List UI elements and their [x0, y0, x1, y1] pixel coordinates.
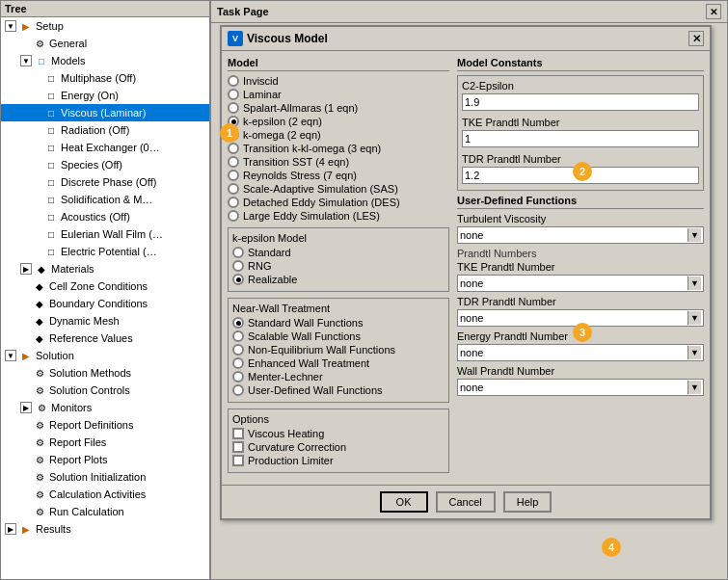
radio-laminar[interactable]: Laminar	[228, 89, 449, 100]
help-button[interactable]: Help	[503, 491, 553, 513]
sidebar-item-general[interactable]: ⚙ General	[1, 35, 209, 52]
radio-btn-inviscid[interactable]	[228, 75, 239, 87]
radio-enhanced[interactable]: Enhanced Wall Treatment	[232, 357, 445, 369]
radio-standard[interactable]: Standard	[232, 247, 445, 258]
radio-inviscid[interactable]: Inviscid	[228, 75, 449, 87]
dropdown-arrow-tdr[interactable]: ▼	[688, 311, 701, 325]
sidebar-item-viscous[interactable]: □ Viscous (Laminar)	[1, 104, 209, 121]
task-page-close-button[interactable]: ✕	[706, 4, 721, 19]
sidebar-item-eulerian[interactable]: □ Eulerian Wall Film (…	[1, 225, 209, 243]
expand-results[interactable]: ▶	[5, 523, 16, 535]
sidebar-item-models[interactable]: ▼ □ Models	[1, 52, 209, 69]
ok-button[interactable]: OK	[380, 491, 428, 513]
check-curvature[interactable]: Curvature Correction	[232, 441, 445, 453]
cancel-button[interactable]: Cancel	[436, 491, 496, 513]
expand-monitors[interactable]: ▶	[20, 402, 32, 413]
radio-btn-laminar[interactable]	[228, 89, 239, 100]
options-section-label: Options	[232, 413, 445, 425]
sidebar-item-solution[interactable]: ▼ ▶ Solution	[1, 347, 209, 364]
solidification-label: Solidification & M…	[61, 194, 209, 205]
check-viscous-heating[interactable]: Viscous Heating	[232, 428, 445, 439]
dropdown-arrow-wall[interactable]: ▼	[688, 381, 701, 394]
radio-btn-enhanced[interactable]	[232, 357, 244, 369]
radio-spalart[interactable]: Spalart-Allmaras (1 eqn)	[228, 102, 449, 114]
radio-standard-wall[interactable]: Standard Wall Functions	[232, 317, 445, 329]
sidebar-item-multiphase[interactable]: □ Multiphase (Off)	[1, 69, 209, 87]
radio-transition-kklomega[interactable]: Transition k-kl-omega (3 eqn)	[228, 143, 449, 154]
sidebar-item-calc-activities[interactable]: ⚙ Calculation Activities	[1, 486, 209, 503]
sidebar-item-radiation[interactable]: □ Radiation (Off)	[1, 121, 209, 139]
radio-userdefined-wall[interactable]: User-Defined Wall Functions	[232, 384, 445, 396]
check-btn-curvature[interactable]	[232, 441, 244, 453]
sidebar-item-energy[interactable]: □ Energy (On)	[1, 87, 209, 104]
sidebar-item-discrete-phase[interactable]: □ Discrete Phase (Off)	[1, 173, 209, 191]
radio-scalable-wall[interactable]: Scalable Wall Functions	[232, 330, 445, 342]
radio-btn-scale-adaptive[interactable]	[228, 183, 239, 195]
sidebar-item-acoustics[interactable]: □ Acoustics (Off)	[1, 208, 209, 225]
radio-btn-rng[interactable]	[232, 260, 244, 272]
sidebar-item-run-calc[interactable]: ⚙ Run Calculation	[1, 503, 209, 520]
radio-kepsilon[interactable]: k-epsilon (2 eqn)	[228, 116, 449, 127]
sidebar-item-report-plots[interactable]: ⚙ Report Plots	[1, 451, 209, 468]
c2-epsilon-input[interactable]	[462, 93, 699, 111]
radio-btn-realizable[interactable]	[232, 274, 244, 285]
sidebar-item-boundary[interactable]: ◆ Boundary Conditions	[1, 295, 209, 312]
tke-prandtl-input[interactable]	[462, 130, 699, 147]
radio-detached-eddy[interactable]: Detached Eddy Simulation (DES)	[228, 197, 449, 208]
expand-materials[interactable]: ▶	[20, 263, 32, 275]
sidebar-item-electric[interactable]: □ Electric Potential (…	[1, 243, 209, 260]
radio-btn-large-eddy[interactable]	[228, 210, 239, 222]
sidebar-item-heat-exchanger[interactable]: □ Heat Exchanger (0…	[1, 139, 209, 156]
sidebar-item-setup[interactable]: ▼ ▶ Setup	[1, 17, 209, 35]
dropdown-arrow-turbulent[interactable]: ▼	[688, 228, 701, 242]
sidebar-item-solution-controls[interactable]: ⚙ Solution Controls	[1, 382, 209, 399]
radio-btn-menter[interactable]	[232, 371, 244, 382]
radio-btn-reynolds-stress[interactable]	[228, 170, 239, 181]
sidebar-item-solution-methods[interactable]: ⚙ Solution Methods	[1, 364, 209, 382]
dropdown-arrow-tke[interactable]: ▼	[688, 277, 701, 290]
expand-solution[interactable]: ▼	[5, 350, 16, 361]
sidebar-item-dynamic-mesh[interactable]: ◆ Dynamic Mesh	[1, 312, 209, 330]
radio-btn-spalart[interactable]	[228, 102, 239, 114]
radio-realizable[interactable]: Realizable	[232, 274, 445, 285]
sidebar-item-solution-init[interactable]: ⚙ Solution Initialization	[1, 468, 209, 486]
expand-models[interactable]: ▼	[20, 55, 32, 66]
radio-btn-userdefined-wall[interactable]	[232, 384, 244, 396]
sidebar-item-report-definitions[interactable]: ⚙ Report Definitions	[1, 416, 209, 434]
dialog-close-button[interactable]: ✕	[688, 31, 704, 46]
radio-btn-detached-eddy[interactable]	[228, 197, 239, 208]
sidebar-item-materials[interactable]: ▶ ◆ Materials	[1, 260, 209, 277]
sidebar-item-reference[interactable]: ◆ Reference Values	[1, 330, 209, 347]
radio-btn-transition-sst[interactable]	[228, 156, 239, 168]
radio-scale-adaptive[interactable]: Scale-Adaptive Simulation (SAS)	[228, 183, 449, 195]
udf-tke-prandtl-select[interactable]: none ▼	[457, 275, 704, 292]
report-files-label: Report Files	[49, 436, 209, 448]
sidebar-item-results[interactable]: ▶ ▶ Results	[1, 520, 209, 538]
kepsilon-section-label: k-epsilon Model	[232, 232, 445, 244]
sidebar-item-solidification[interactable]: □ Solidification & M…	[1, 191, 209, 208]
check-btn-production-limiter[interactable]	[232, 455, 244, 466]
radio-rng[interactable]: RNG	[232, 260, 445, 272]
expand-setup[interactable]: ▼	[5, 20, 16, 32]
radio-btn-nonequilibrium[interactable]	[232, 344, 244, 356]
udf-wall-prandtl-select[interactable]: none ▼	[457, 379, 704, 396]
radio-large-eddy[interactable]: Large Eddy Simulation (LES)	[228, 210, 449, 222]
udf-turbulent-viscosity-select[interactable]: none ▼	[457, 226, 704, 244]
radio-btn-scalable-wall[interactable]	[232, 330, 244, 342]
radio-btn-transition-kklomega[interactable]	[228, 143, 239, 154]
udf-energy-prandtl-select[interactable]: none ▼	[457, 344, 704, 361]
check-production-limiter[interactable]: Production Limiter	[232, 455, 445, 466]
radio-menter[interactable]: Menter-Lechner	[232, 371, 445, 382]
radio-komega[interactable]: k-omega (2 eqn)	[228, 129, 449, 141]
radio-transition-sst[interactable]: Transition SST (4 eqn)	[228, 156, 449, 168]
sidebar-item-monitors[interactable]: ▶ ⚙ Monitors	[1, 399, 209, 416]
sidebar-item-report-files[interactable]: ⚙ Report Files	[1, 434, 209, 451]
sidebar-item-species[interactable]: □ Species (Off)	[1, 156, 209, 173]
radio-reynolds-stress[interactable]: Reynolds Stress (7 eqn)	[228, 170, 449, 181]
check-btn-viscous-heating[interactable]	[232, 428, 244, 439]
sidebar-item-cell-zone[interactable]: ◆ Cell Zone Conditions	[1, 277, 209, 295]
radio-btn-standard-wall[interactable]	[232, 317, 244, 329]
radio-btn-standard[interactable]	[232, 247, 244, 258]
dropdown-arrow-energy[interactable]: ▼	[688, 346, 701, 359]
radio-nonequilibrium[interactable]: Non-Equilibrium Wall Functions	[232, 344, 445, 356]
